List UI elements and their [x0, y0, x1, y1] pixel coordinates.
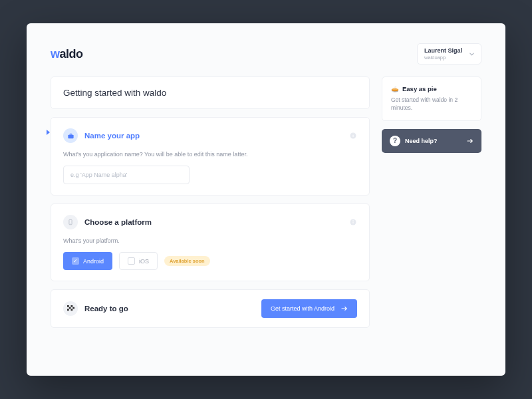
step2-header: Choose a platform [63, 215, 357, 229]
checkered-flag-icon [63, 301, 78, 316]
arrow-right-icon [341, 306, 348, 311]
easy-as-pie-card: 🥧 Easy as pie Get started with waldo in … [382, 76, 481, 121]
svg-rect-10 [67, 305, 69, 307]
step3-header: Ready to go [63, 301, 128, 316]
user-menu[interactable]: Laurent Sigal waldoapp [417, 43, 481, 65]
checkmark-icon: ✓ [72, 257, 79, 265]
svg-rect-13 [72, 307, 74, 309]
svg-rect-11 [70, 305, 72, 307]
app-window: waldo Laurent Sigal waldoapp Getting sta… [27, 23, 505, 376]
step-name-app: Name your app What's you application nam… [51, 117, 370, 196]
logo: waldo [51, 47, 83, 61]
step2-desc: What's your platform. [63, 237, 357, 244]
svg-rect-12 [68, 307, 70, 309]
cta-label: Get started with Android [271, 305, 334, 312]
header: waldo Laurent Sigal waldoapp [51, 43, 481, 65]
step-ready: Ready to go Get started with Android [51, 289, 370, 328]
easy-title-row: 🥧 Easy as pie [391, 85, 472, 92]
platform-android-button[interactable]: ✓ Android [63, 252, 112, 270]
available-soon-badge: Available soon [164, 256, 210, 266]
svg-rect-4 [353, 134, 354, 134]
logo-mark: w [51, 47, 60, 61]
svg-rect-9 [353, 220, 354, 221]
page-title: Getting started with waldo [63, 88, 357, 98]
easy-desc: Get started with waldo in 2 minutes. [391, 96, 472, 112]
help-label: Need help? [405, 138, 438, 144]
page-title-card: Getting started with waldo [51, 76, 370, 109]
content: Getting started with waldo Name your app… [51, 76, 481, 328]
side-column: 🥧 Easy as pie Get started with waldo in … [382, 76, 481, 328]
chevron-down-icon [469, 51, 475, 57]
platform-ios-button[interactable]: iOS [119, 252, 158, 270]
svg-rect-8 [353, 221, 354, 223]
pie-icon: 🥧 [391, 85, 399, 92]
user-org: waldoapp [424, 55, 462, 61]
info-icon[interactable] [349, 218, 357, 226]
step2-title: Choose a platform [84, 218, 152, 226]
info-icon[interactable] [349, 132, 357, 140]
step3-title: Ready to go [84, 305, 128, 313]
svg-rect-1 [70, 134, 72, 135]
platform-android-label: Android [83, 258, 104, 265]
phone-icon [63, 215, 78, 229]
step1-header: Name your app [63, 128, 357, 143]
checkbox-empty-icon [128, 257, 135, 265]
help-icon: ? [390, 136, 400, 146]
user-name: Laurent Sigal [424, 47, 462, 54]
step1-title: Name your app [84, 132, 140, 140]
step1-desc: What's you application name? You will be… [63, 151, 357, 158]
main-column: Getting started with waldo Name your app… [51, 76, 370, 328]
svg-rect-3 [353, 135, 354, 137]
active-step-marker-icon [47, 130, 50, 135]
app-name-input[interactable] [63, 166, 190, 184]
easy-title: Easy as pie [402, 85, 437, 92]
svg-point-6 [70, 223, 71, 224]
platform-options: ✓ Android iOS Available soon [63, 252, 357, 270]
briefcase-icon [63, 128, 78, 143]
get-started-button[interactable]: Get started with Android [261, 299, 357, 318]
need-help-button[interactable]: ? Need help? [382, 129, 481, 153]
step-choose-platform: Choose a platform What's your platform. … [51, 203, 370, 281]
svg-rect-14 [67, 309, 69, 311]
svg-rect-15 [70, 309, 72, 311]
logo-text: aldo [60, 47, 83, 61]
platform-ios-label: iOS [139, 258, 149, 265]
arrow-right-icon [467, 138, 473, 144]
